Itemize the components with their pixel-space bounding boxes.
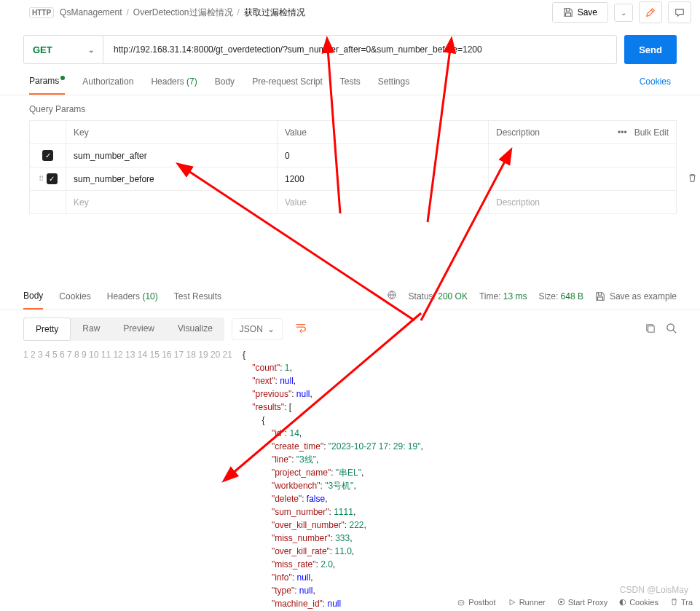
checkbox-checked-icon[interactable]: ✓ <box>47 173 58 184</box>
edit-button[interactable] <box>639 1 662 23</box>
request-tabs: Params Authorization Headers (7) Body Pr… <box>0 70 700 95</box>
status-value: 200 OK <box>438 291 468 301</box>
param-desc-placeholder[interactable]: Description <box>489 191 676 213</box>
row-handle[interactable]: ✓ <box>30 144 66 167</box>
row-handle[interactable]: ⠿✓ <box>30 167 66 190</box>
footer-proxy-label: Start Proxy <box>568 598 607 607</box>
resp-tab-tests[interactable]: Test Results <box>174 291 221 309</box>
time-value: 13 ms <box>503 291 527 301</box>
comment-button[interactable] <box>668 1 691 23</box>
view-tab-visualize[interactable]: Visualize <box>166 318 224 341</box>
delete-icon[interactable] <box>688 173 697 185</box>
code-content[interactable]: { "count": 1, "next": null, "previous": … <box>243 348 423 611</box>
param-key[interactable]: sum_number_before <box>66 167 278 190</box>
time-label: Time: <box>479 291 501 301</box>
resp-tab-cookies[interactable]: Cookies <box>59 291 90 309</box>
breadcrumb-sep: / <box>237 7 240 17</box>
tab-tests[interactable]: Tests <box>340 76 361 94</box>
method-select[interactable]: GET ⌄ <box>23 35 103 64</box>
copy-icon[interactable] <box>645 323 656 336</box>
footer-cookies[interactable]: ◐Cookies <box>619 597 658 607</box>
params-header-row: Key Value Description ••• Bulk Edit <box>30 121 676 144</box>
footer-runner[interactable]: Runner <box>508 598 546 607</box>
tab-headers-count: (7) <box>186 76 197 87</box>
param-value[interactable]: 1200 <box>278 167 489 190</box>
row-handle <box>30 191 66 213</box>
tab-authorization[interactable]: Authorization <box>82 76 133 94</box>
tab-prerequest[interactable]: Pre-request Script <box>252 76 323 94</box>
param-desc[interactable] <box>489 167 676 190</box>
active-dot-icon <box>60 76 65 80</box>
save-dropdown[interactable]: ⌄ <box>614 4 633 22</box>
tab-params[interactable]: Params <box>29 76 65 95</box>
param-desc[interactable] <box>489 144 676 167</box>
table-row: ⠿✓ sum_number_before 1200 <box>30 167 676 191</box>
params-actions-head: ••• Bulk Edit <box>603 121 676 143</box>
view-tab-raw[interactable]: Raw <box>71 318 111 341</box>
wrap-lines-button[interactable] <box>288 318 313 341</box>
more-icon[interactable]: ••• <box>618 127 627 138</box>
param-value-placeholder[interactable]: Value <box>278 191 489 213</box>
status-label: Status: <box>409 291 436 301</box>
resp-headers-label: Headers <box>107 291 140 301</box>
param-key[interactable]: sum_number_after <box>66 144 278 167</box>
footer-runner-label: Runner <box>519 598 546 607</box>
footer-bar: Postbot Runner ⦿Start Proxy ◐Cookies Tra <box>457 593 693 611</box>
url-value: http://192.168.31.14:8000/gt_overdetecti… <box>114 44 482 55</box>
line-gutter: 1 2 3 4 5 6 7 8 9 10 11 12 13 14 15 16 1… <box>23 348 243 611</box>
record-icon: ⦿ <box>557 598 565 607</box>
breadcrumb-current: 获取过漏检情况 <box>244 7 305 19</box>
view-tab-preview[interactable]: Preview <box>111 318 166 341</box>
resp-tab-body[interactable]: Body <box>23 291 43 310</box>
top-bar: HTTP QsManagement / OverDetection过漏检情况 /… <box>0 0 700 29</box>
param-key-placeholder[interactable]: Key <box>66 191 278 213</box>
tab-headers-label: Headers <box>151 76 184 87</box>
bulk-edit-link[interactable]: Bulk Edit <box>634 127 669 138</box>
chevron-down-icon: ⌄ <box>88 46 94 54</box>
size-value: 648 B <box>561 291 583 301</box>
breadcrumb-mid[interactable]: OverDetection过漏检情况 <box>133 7 233 19</box>
tab-settings[interactable]: Settings <box>378 76 409 94</box>
footer-cookies-label: Cookies <box>629 598 658 607</box>
table-row-new: Key Value Description <box>30 191 676 214</box>
bot-icon <box>457 598 465 607</box>
save-example-label: Save as example <box>610 291 677 301</box>
save-as-example-button[interactable]: Save as example <box>595 291 677 301</box>
tab-params-label: Params <box>29 76 59 86</box>
breadcrumb-root[interactable]: QsManagement <box>60 7 122 17</box>
pencil-icon <box>645 7 656 17</box>
save-button[interactable]: Save <box>552 2 608 23</box>
save-icon <box>563 7 573 17</box>
resp-headers-count: (10) <box>142 291 157 301</box>
params-value-head: Value <box>278 121 489 143</box>
footer-start-proxy[interactable]: ⦿Start Proxy <box>557 598 607 607</box>
method-value: GET <box>33 44 52 55</box>
tab-headers[interactable]: Headers (7) <box>151 76 197 94</box>
url-input[interactable]: http://192.168.31.14:8000/gt_overdetecti… <box>103 35 617 64</box>
view-tab-pretty[interactable]: Pretty <box>23 318 71 341</box>
send-button[interactable]: Send <box>624 35 677 64</box>
response-body-viewer[interactable]: 1 2 3 4 5 6 7 8 9 10 11 12 13 14 15 16 1… <box>0 348 700 611</box>
save-label: Save <box>578 7 597 17</box>
comment-icon <box>675 7 685 17</box>
breadcrumb: QsManagement / OverDetection过漏检情况 / 获取过漏… <box>60 7 305 19</box>
drag-handle-icon[interactable]: ⠿ <box>39 175 44 183</box>
footer-postbot[interactable]: Postbot <box>457 598 495 607</box>
format-select[interactable]: JSON⌄ <box>232 318 283 340</box>
search-icon[interactable] <box>666 323 677 336</box>
status-bar: Status: 200 OK Time: 13 ms Size: 648 B S… <box>387 290 677 310</box>
cookies-link[interactable]: Cookies <box>640 76 671 94</box>
size-text: Size: 648 B <box>539 291 583 301</box>
resp-tab-headers[interactable]: Headers (10) <box>107 291 158 309</box>
globe-icon[interactable] <box>387 290 397 302</box>
checkbox-checked-icon[interactable]: ✓ <box>42 150 53 161</box>
footer-trash[interactable]: Tra <box>670 598 693 607</box>
tab-body[interactable]: Body <box>215 76 235 94</box>
query-params-title: Query Params <box>0 95 700 120</box>
param-value[interactable]: 0 <box>278 144 489 167</box>
http-badge: HTTP <box>29 7 54 18</box>
send-label: Send <box>639 44 662 55</box>
footer-postbot-label: Postbot <box>468 598 495 607</box>
top-actions: Save ⌄ <box>552 1 691 23</box>
svg-rect-2 <box>648 326 654 332</box>
